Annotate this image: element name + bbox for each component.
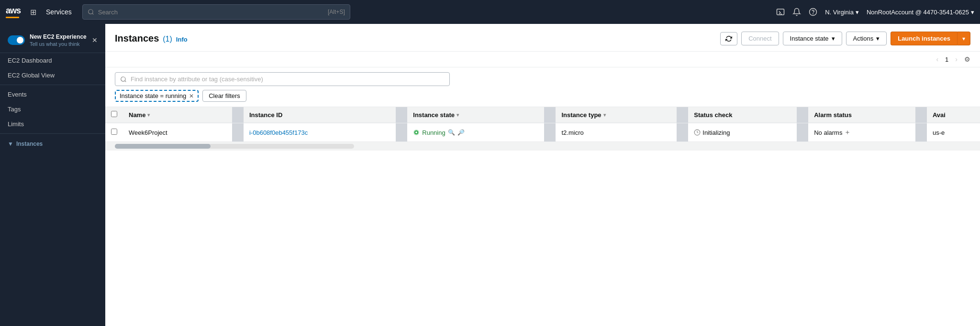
global-search-bar[interactable]: [Alt+S]	[82, 4, 350, 20]
instances-table: Name ▾ Instance ID Instance state	[105, 107, 980, 142]
status-check-text: Initializing	[702, 129, 730, 136]
connect-button[interactable]: Connect	[741, 32, 779, 45]
aws-logo[interactable]: aws	[6, 6, 21, 18]
th-instance-type[interactable]: Instance type ▾	[556, 107, 677, 123]
svg-point-4	[813, 13, 813, 14]
instance-state-text: Running	[422, 129, 445, 136]
search-icon	[88, 9, 94, 15]
th-instance-id-label: Instance ID	[249, 111, 282, 119]
page-title: Instances (1) Info	[115, 33, 188, 44]
instance-id-link[interactable]: i-0b608f0eb455f173c	[249, 129, 308, 136]
th-status-check-label: Status check	[694, 111, 732, 119]
th-instance-type-sort-icon: ▾	[603, 112, 606, 118]
filter-tag-instance-state: Instance state = running ✕	[115, 90, 199, 102]
prev-page-button[interactable]: ‹	[933, 54, 941, 64]
aws-logo-bar	[6, 17, 19, 18]
horizontal-scrollbar[interactable]	[105, 142, 980, 151]
sidebar-close-icon[interactable]: ✕	[92, 36, 98, 44]
instance-state-button[interactable]: Instance state ▾	[783, 32, 842, 45]
instance-search-input[interactable]	[131, 76, 445, 83]
th-name-label: Name	[129, 111, 145, 119]
launch-instances-button[interactable]: Launch instances	[891, 32, 958, 45]
account-label: NonRootAccount @ 4470-3541-0625	[867, 9, 969, 16]
zoom-out-icon[interactable]: 🔎	[457, 129, 465, 136]
sidebar-instances-header[interactable]: ▼ Instances	[0, 136, 105, 149]
new-ec2-toggle-section: New EC2 Experience Tell us what you thin…	[0, 28, 105, 53]
sidebar-item-tags[interactable]: Tags	[0, 102, 105, 117]
launch-instances-split-button[interactable]: ▾	[958, 32, 970, 45]
th-status-check[interactable]: Status check	[688, 107, 797, 123]
next-page-button[interactable]: ›	[952, 54, 960, 64]
region-selector[interactable]: N. Virginia ▾	[825, 9, 859, 16]
instance-search-bar[interactable]	[115, 72, 450, 86]
alarm-status-text: No alarms	[814, 129, 842, 136]
th-instance-id[interactable]: Instance ID	[244, 107, 396, 123]
actions-button[interactable]: Actions ▾	[846, 32, 887, 45]
page-title-text: Instances	[115, 33, 159, 44]
launch-instances-group: Launch instances ▾	[891, 32, 970, 45]
th-name[interactable]: Name ▾	[123, 107, 232, 123]
help-icon	[809, 8, 817, 16]
sidebar-item-ec2-dashboard[interactable]: EC2 Dashboard	[0, 53, 105, 68]
toggle-sublabel: Tell us what you think	[30, 41, 87, 47]
instances-table-container: Name ▾ Instance ID Instance state	[105, 107, 980, 142]
th-instance-state[interactable]: Instance state ▾	[407, 107, 544, 123]
launch-split-chevron-icon: ▾	[962, 35, 965, 42]
grid-icon[interactable]: ⊞	[28, 6, 38, 19]
services-nav[interactable]: Services	[43, 6, 75, 18]
help-icon-btn[interactable]	[809, 8, 817, 16]
col-divider-4	[677, 107, 688, 123]
zoom-in-icon[interactable]: 🔍	[448, 129, 455, 136]
td-instance-type: t2.micro	[556, 123, 677, 142]
add-alarm-icon[interactable]: ＋	[844, 128, 851, 137]
settings-icon[interactable]: ⚙	[964, 55, 970, 63]
filter-bar: Instance state = running ✕ Clear filters	[105, 67, 980, 107]
search-input[interactable]	[98, 9, 324, 16]
region-chevron-icon: ▾	[856, 9, 859, 16]
select-all-checkbox[interactable]	[111, 111, 117, 117]
az-text: us-e	[933, 129, 945, 136]
col-divider-2	[396, 107, 407, 123]
refresh-button[interactable]	[720, 32, 737, 45]
filter-tags-row: Instance state = running ✕ Clear filters	[115, 90, 970, 102]
filter-tag-text: Instance state = running	[120, 92, 186, 99]
instance-state-chevron-icon: ▾	[832, 35, 835, 42]
td-alarm-status: No alarms ＋	[808, 123, 915, 142]
svg-point-8	[415, 131, 417, 133]
th-instance-type-label: Instance type	[561, 111, 601, 119]
toggle-label: New EC2 Experience	[30, 33, 87, 41]
th-name-sort-icon: ▾	[147, 112, 150, 118]
th-alarm-status-label: Alarm status	[814, 111, 852, 119]
info-link[interactable]: Info	[176, 36, 188, 43]
th-az[interactable]: Avai	[927, 107, 980, 123]
td-status-check: Initializing	[688, 123, 797, 142]
filter-tag-close-button[interactable]: ✕	[189, 93, 194, 99]
table-header-row: Name ▾ Instance ID Instance state	[105, 107, 980, 123]
filter-search-icon	[120, 76, 127, 83]
th-alarm-status[interactable]: Alarm status	[808, 107, 915, 123]
region-label: N. Virginia	[825, 9, 854, 16]
account-menu[interactable]: NonRootAccount @ 4470-3541-0625 ▾	[867, 9, 974, 16]
sidebar-item-limits[interactable]: Limits	[0, 117, 105, 131]
new-ec2-toggle[interactable]	[8, 35, 25, 45]
scroll-thumb[interactable]	[115, 144, 211, 149]
bell-icon-btn[interactable]	[792, 8, 801, 16]
chevron-down-icon: ▼	[8, 141, 13, 147]
search-shortcut: [Alt+S]	[328, 9, 345, 15]
th-checkbox	[105, 107, 123, 123]
terminal-icon-btn[interactable]	[776, 8, 785, 16]
scroll-track	[115, 144, 354, 149]
td-az: us-e	[927, 123, 980, 142]
aws-logo-text: aws	[6, 6, 21, 16]
sidebar-item-ec2-global-view[interactable]: EC2 Global View	[0, 68, 105, 83]
clear-filters-button[interactable]: Clear filters	[202, 90, 246, 102]
account-chevron-icon: ▾	[971, 9, 974, 16]
sidebar-divider-2	[0, 133, 105, 134]
actions-chevron-icon: ▾	[876, 35, 880, 42]
row-checkbox[interactable]	[111, 129, 117, 135]
page-header: Instances (1) Info Connect Instance stat…	[105, 24, 980, 52]
status-running-badge: Running 🔍 🔎	[413, 129, 538, 136]
th-az-label: Avai	[933, 111, 946, 119]
sidebar-item-events[interactable]: Events	[0, 87, 105, 102]
td-instance-id: i-0b608f0eb455f173c	[244, 123, 396, 142]
